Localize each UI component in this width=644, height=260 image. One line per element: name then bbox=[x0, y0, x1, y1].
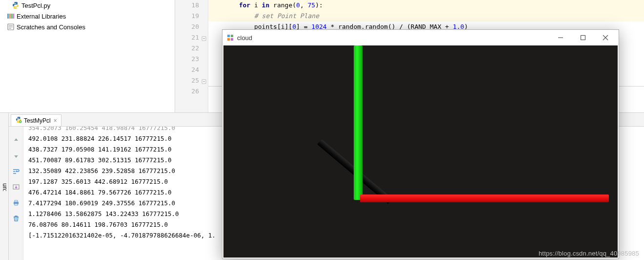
svg-rect-5 bbox=[13, 14, 14, 19]
gutter-line: 18 bbox=[175, 0, 208, 11]
gutter-line: 25 bbox=[175, 75, 208, 86]
soft-wrap-button[interactable] bbox=[11, 167, 21, 176]
tree-item-label: Scratches and Consoles bbox=[17, 23, 85, 31]
gutter-line: 23 bbox=[175, 54, 208, 65]
run-tool-column bbox=[9, 127, 23, 260]
gutter-line: 26 bbox=[175, 86, 208, 97]
gutter-line: 24 bbox=[175, 65, 208, 75]
trash-button[interactable] bbox=[11, 214, 21, 223]
svg-rect-15 bbox=[227, 35, 230, 37]
svg-point-1 bbox=[16, 8, 17, 8]
gutter-line: 22 bbox=[175, 43, 208, 54]
print-button[interactable] bbox=[11, 198, 21, 208]
run-tool-label[interactable]: un: bbox=[0, 113, 9, 260]
scroll-up-button[interactable] bbox=[11, 135, 21, 145]
cloud-viewer-window[interactable]: cloud bbox=[222, 29, 619, 259]
cloud-titlebar[interactable]: cloud bbox=[222, 30, 619, 45]
gutter-line: 20 bbox=[175, 22, 208, 32]
svg-rect-13 bbox=[15, 200, 18, 202]
svg-rect-2 bbox=[7, 14, 9, 19]
svg-rect-4 bbox=[11, 14, 13, 19]
python-file-icon bbox=[12, 1, 20, 9]
editor-gutter: 18 19 20 21 22 23 24 25 26 bbox=[175, 0, 208, 112]
fold-handle-icon[interactable] bbox=[201, 34, 207, 40]
scratches-icon bbox=[7, 23, 15, 31]
cloud-window-title: cloud bbox=[237, 34, 546, 42]
gutter-line: 21 bbox=[175, 32, 208, 43]
svg-rect-20 bbox=[581, 36, 585, 40]
run-tab-label: TestMyPcl bbox=[24, 117, 51, 124]
svg-rect-3 bbox=[9, 14, 11, 19]
maximize-button[interactable] bbox=[572, 31, 594, 44]
scroll-down-button[interactable] bbox=[11, 151, 21, 161]
axis-x bbox=[360, 195, 609, 202]
cloud-app-icon bbox=[226, 34, 234, 42]
tree-item-label: External Libraries bbox=[17, 13, 66, 20]
export-button[interactable] bbox=[11, 182, 21, 192]
tree-item-testpcl[interactable]: TestPcl.py bbox=[3, 0, 172, 11]
external-libraries-icon bbox=[7, 12, 15, 20]
tree-item-scratches[interactable]: Scratches and Consoles bbox=[3, 22, 172, 32]
code-line: for i in range(0, 75): bbox=[208, 0, 644, 11]
close-icon[interactable]: × bbox=[54, 117, 57, 124]
run-tab-testmypcl[interactable]: TestMyPcl × bbox=[11, 114, 61, 126]
svg-rect-14 bbox=[15, 204, 18, 205]
watermark: https://blog.csdn.net/qq_40985985 bbox=[539, 250, 639, 257]
svg-rect-17 bbox=[227, 38, 230, 41]
svg-rect-18 bbox=[231, 38, 233, 41]
minimize-button[interactable] bbox=[549, 31, 572, 44]
project-tree[interactable]: TestPcl.py External Libraries Scratches … bbox=[0, 0, 175, 112]
cloud-3d-viewport[interactable] bbox=[223, 45, 618, 258]
axis-y bbox=[354, 45, 362, 200]
tree-item-label: TestPcl.py bbox=[21, 2, 50, 9]
gutter-line: 19 bbox=[175, 11, 208, 22]
close-button[interactable] bbox=[594, 31, 617, 44]
code-line: # set Point Plane bbox=[208, 11, 644, 22]
tree-item-external-libraries[interactable]: External Libraries bbox=[3, 11, 172, 22]
svg-rect-16 bbox=[231, 35, 233, 37]
svg-point-0 bbox=[14, 2, 15, 3]
fold-handle-icon[interactable] bbox=[201, 77, 207, 83]
python-run-icon bbox=[15, 116, 22, 125]
